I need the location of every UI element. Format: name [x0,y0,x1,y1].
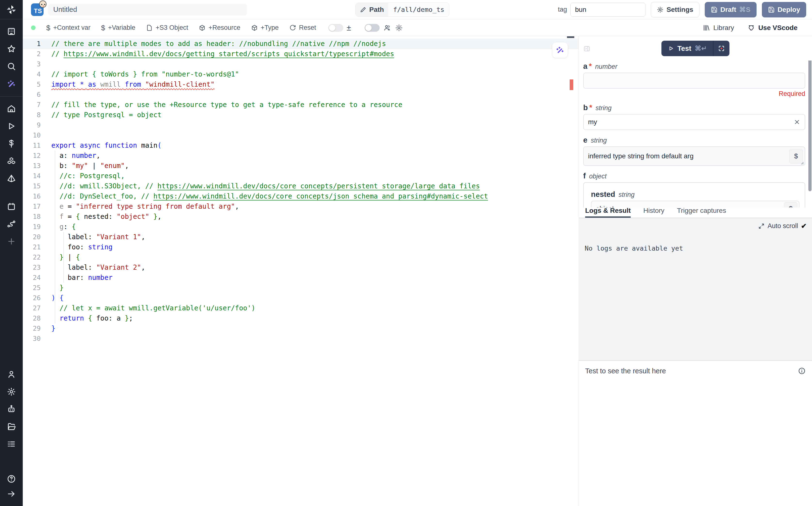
settings-button[interactable]: Settings [651,2,699,17]
user-icon[interactable] [6,369,17,380]
collapse-panel-icon[interactable] [583,45,591,53]
code-line[interactable]: 3 [23,59,578,69]
star-icon[interactable] [6,44,17,54]
args-scrollbar[interactable] [808,61,812,191]
gear-icon[interactable] [6,387,17,397]
autoscroll-label[interactable]: Auto scroll [768,222,798,230]
tab-history[interactable]: History [643,207,664,218]
code-line[interactable]: 16 //d: DynSelect_foo, // https://www.wi… [23,191,578,201]
arrow-right-icon[interactable] [6,489,17,499]
play-icon[interactable] [6,121,17,132]
variable-picker-button[interactable]: $ [784,202,798,207]
code-text: // import { toWords } from "number-to-wo… [51,69,578,79]
code-line[interactable]: 18 f = { nested: "object" }, [23,212,578,222]
code-line[interactable]: 23 label: "Variant 2", [23,262,578,273]
line-number: 14 [23,171,51,181]
add-s3-object-button[interactable]: +S3 Object [146,24,188,31]
code-line[interactable]: 15 //d: wmill.S3Object, // https://www.w… [23,181,578,191]
code-line[interactable]: 27 // let x = await wmill.getVariable('u… [23,303,578,313]
code-line[interactable]: 29} [23,324,578,334]
code-line[interactable]: 17 e = "inferred type string from defaul… [23,201,578,212]
autoscroll-checkbox[interactable]: ✔ [801,222,807,230]
boxes-icon[interactable] [6,156,17,166]
code-line[interactable]: 19 g: { [23,222,578,232]
windmill-logo[interactable] [0,0,23,19]
logs-panel: Auto scroll ✔ No logs are available yet [579,218,812,360]
reset-button[interactable]: Reset [289,24,316,31]
arg-type: number [595,63,617,71]
add-type-label: +Type [261,24,279,31]
arg-a-input[interactable] [583,73,805,89]
tag-input[interactable] [570,3,645,17]
code-line[interactable]: 9 [23,120,578,130]
code-line[interactable]: 2// https://www.windmill.dev/docs/gettin… [23,49,578,59]
scrollbar-indicator[interactable] [567,36,574,38]
code-line[interactable]: 28 return { foo: a }; [23,313,578,324]
home-icon[interactable] [6,103,17,114]
code-line[interactable]: 4// import { toWords } from "number-to-w… [23,69,578,79]
code-line[interactable]: 5import * as wmill from "windmill-client… [23,79,578,90]
dollar-icon[interactable] [6,138,17,149]
capture-button[interactable] [713,41,729,56]
help-icon[interactable] [6,474,17,484]
code-line[interactable]: 10 [23,130,578,141]
info-icon[interactable] [798,367,806,375]
code-line[interactable]: 20 label: "Variant 1", [23,232,578,242]
line-number: 17 [23,201,51,212]
code-line[interactable]: 30 [23,334,578,344]
list-icon[interactable] [6,439,17,449]
code-line[interactable]: 26) { [23,293,578,303]
deploy-button[interactable]: Deploy [762,2,806,17]
code-line[interactable]: 1// there are multiple modes to add as h… [23,39,578,49]
multiplayer-toggle[interactable] [365,24,380,32]
add-variable-button[interactable]: $ +Variable [101,24,136,32]
diff-toggle[interactable] [328,24,343,32]
resize-handle[interactable] [800,161,804,165]
tab-logs-result[interactable]: Logs & Result [585,207,631,218]
calendar-icon[interactable] [6,201,17,212]
result-tabs: Logs & Result History Trigger captures [579,207,812,218]
code-line[interactable]: 21 foo: string [23,242,578,252]
draft-button[interactable]: Draft ⌘S [705,2,756,17]
nested-input[interactable]: object $ [591,201,799,207]
route-icon[interactable] [6,219,17,229]
code-line[interactable]: 25 } [23,283,578,293]
folder-icon[interactable] [6,421,17,432]
tab-trigger-captures[interactable]: Trigger captures [677,207,726,218]
add-resource-button[interactable]: +Resource [199,24,240,31]
code-text: } | { [51,252,578,262]
code-line[interactable]: 13 b: "my" | "enum", [23,161,578,171]
arg-b-input[interactable]: my [583,114,805,130]
code-line[interactable]: 8// type Postgresql = object [23,110,578,120]
code-line[interactable]: 12 a: number, [23,151,578,161]
editor-settings-gear-icon[interactable] [395,24,403,32]
magic-wand-icon[interactable] [6,78,17,89]
add-type-button[interactable]: +Type [251,24,279,31]
add-context-var-button[interactable]: $ +Context var [46,24,91,32]
path-pill[interactable]: Path f/all/demo_ts [355,3,449,17]
code-line[interactable]: 7// fill the type, or use the +Resource … [23,100,578,110]
robot-icon[interactable] [6,404,17,415]
script-title-input[interactable] [48,6,247,14]
test-button[interactable]: Test ⌘↵ [661,41,713,56]
arg-e-input[interactable]: inferred type string from default arg $ [583,147,805,166]
code-line[interactable]: 24 bar: number [23,273,578,283]
plus-icon[interactable] [6,236,17,247]
expand-icon[interactable] [758,223,764,229]
code-editor[interactable]: 1// there are multiple modes to add as h… [23,36,578,506]
clear-icon[interactable] [794,118,800,125]
library-button[interactable]: Library [703,24,734,32]
code-line[interactable]: 6 [23,90,578,100]
arg-name: e [583,136,587,145]
pyramid-icon[interactable] [6,173,17,184]
search-icon[interactable] [6,61,17,72]
code-line[interactable]: 14 //c: Postgresql, [23,171,578,181]
building-icon[interactable] [6,26,17,37]
reset-label: Reset [299,24,316,31]
code-line[interactable]: 11export async function main( [23,141,578,151]
ai-assistant-button[interactable] [552,42,568,58]
gear-icon [657,6,663,13]
use-vscode-button[interactable]: Use VScode [748,24,798,32]
script-title-box[interactable] [48,4,247,15]
code-line[interactable]: 22 } | { [23,252,578,262]
